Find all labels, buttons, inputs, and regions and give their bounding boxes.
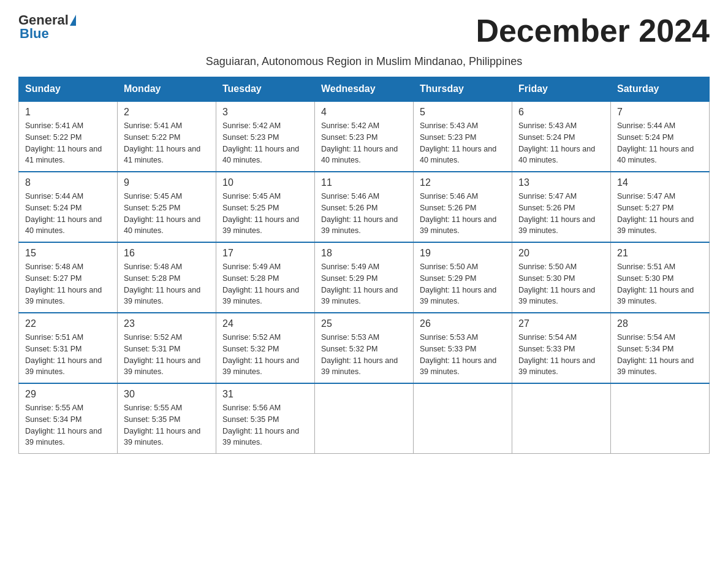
day-info: Sunrise: 5:49 AMSunset: 5:29 PMDaylight:… — [321, 261, 407, 307]
day-info: Sunrise: 5:45 AMSunset: 5:25 PMDaylight:… — [222, 191, 308, 237]
calendar-cell: 5Sunrise: 5:43 AMSunset: 5:23 PMDaylight… — [414, 101, 512, 172]
day-info: Sunrise: 5:44 AMSunset: 5:24 PMDaylight:… — [25, 191, 111, 237]
day-info: Sunrise: 5:55 AMSunset: 5:34 PMDaylight:… — [25, 402, 111, 448]
calendar-cell: 9Sunrise: 5:45 AMSunset: 5:25 PMDaylight… — [118, 172, 216, 242]
calendar-cell: 25Sunrise: 5:53 AMSunset: 5:32 PMDayligh… — [315, 313, 414, 383]
day-info: Sunrise: 5:54 AMSunset: 5:34 PMDaylight:… — [617, 332, 703, 378]
calendar-cell: 16Sunrise: 5:48 AMSunset: 5:28 PMDayligh… — [118, 242, 216, 313]
day-info: Sunrise: 5:48 AMSunset: 5:28 PMDaylight:… — [124, 261, 210, 307]
day-info: Sunrise: 5:42 AMSunset: 5:23 PMDaylight:… — [222, 120, 308, 166]
calendar-cell: 18Sunrise: 5:49 AMSunset: 5:29 PMDayligh… — [315, 242, 414, 313]
calendar-cell: 13Sunrise: 5:47 AMSunset: 5:26 PMDayligh… — [512, 172, 611, 242]
day-number: 26 — [420, 318, 506, 329]
day-info: Sunrise: 5:53 AMSunset: 5:32 PMDaylight:… — [321, 332, 407, 378]
day-number: 23 — [124, 318, 210, 329]
header-wednesday: Wednesday — [315, 77, 414, 102]
day-number: 3 — [222, 107, 308, 118]
calendar-cell: 29Sunrise: 5:55 AMSunset: 5:34 PMDayligh… — [19, 383, 118, 454]
day-number: 20 — [518, 248, 604, 259]
day-number: 1 — [25, 107, 111, 118]
calendar-cell: 14Sunrise: 5:47 AMSunset: 5:27 PMDayligh… — [611, 172, 710, 242]
calendar-cell: 24Sunrise: 5:52 AMSunset: 5:32 PMDayligh… — [216, 313, 315, 383]
day-info: Sunrise: 5:41 AMSunset: 5:22 PMDaylight:… — [124, 120, 210, 166]
logo-text-blue: Blue — [18, 26, 49, 42]
day-number: 10 — [222, 177, 308, 188]
calendar-cell: 4Sunrise: 5:42 AMSunset: 5:23 PMDaylight… — [315, 101, 414, 172]
day-info: Sunrise: 5:43 AMSunset: 5:23 PMDaylight:… — [420, 120, 506, 166]
calendar-cell: 23Sunrise: 5:52 AMSunset: 5:31 PMDayligh… — [118, 313, 216, 383]
logo-triangle-icon — [70, 15, 76, 26]
day-info: Sunrise: 5:55 AMSunset: 5:35 PMDaylight:… — [124, 402, 210, 448]
calendar-cell: 26Sunrise: 5:53 AMSunset: 5:33 PMDayligh… — [414, 313, 512, 383]
day-info: Sunrise: 5:49 AMSunset: 5:28 PMDaylight:… — [222, 261, 308, 307]
month-title: December 2024 — [476, 12, 710, 49]
day-info: Sunrise: 5:43 AMSunset: 5:24 PMDaylight:… — [518, 120, 604, 166]
day-number: 19 — [420, 248, 506, 259]
calendar-cell: 2Sunrise: 5:41 AMSunset: 5:22 PMDaylight… — [118, 101, 216, 172]
calendar-cell: 3Sunrise: 5:42 AMSunset: 5:23 PMDaylight… — [216, 101, 315, 172]
day-number: 12 — [420, 177, 506, 188]
calendar-cell — [512, 383, 611, 454]
calendar-cell: 1Sunrise: 5:41 AMSunset: 5:22 PMDaylight… — [19, 101, 118, 172]
calendar-cell: 22Sunrise: 5:51 AMSunset: 5:31 PMDayligh… — [19, 313, 118, 383]
day-number: 7 — [617, 107, 703, 118]
calendar-cell: 15Sunrise: 5:48 AMSunset: 5:27 PMDayligh… — [19, 242, 118, 313]
day-info: Sunrise: 5:50 AMSunset: 5:29 PMDaylight:… — [420, 261, 506, 307]
day-number: 11 — [321, 177, 407, 188]
day-number: 8 — [25, 177, 111, 188]
day-info: Sunrise: 5:46 AMSunset: 5:26 PMDaylight:… — [420, 191, 506, 237]
day-info: Sunrise: 5:52 AMSunset: 5:31 PMDaylight:… — [124, 332, 210, 378]
calendar-cell: 8Sunrise: 5:44 AMSunset: 5:24 PMDaylight… — [19, 172, 118, 242]
day-number: 21 — [617, 248, 703, 259]
day-info: Sunrise: 5:46 AMSunset: 5:26 PMDaylight:… — [321, 191, 407, 237]
header-sunday: Sunday — [19, 77, 118, 102]
calendar-cell — [611, 383, 710, 454]
day-info: Sunrise: 5:47 AMSunset: 5:27 PMDaylight:… — [617, 191, 703, 237]
day-info: Sunrise: 5:45 AMSunset: 5:25 PMDaylight:… — [124, 191, 210, 237]
header-friday: Friday — [512, 77, 611, 102]
day-number: 6 — [518, 107, 604, 118]
header-tuesday: Tuesday — [216, 77, 315, 102]
calendar-cell: 21Sunrise: 5:51 AMSunset: 5:30 PMDayligh… — [611, 242, 710, 313]
day-number: 2 — [124, 107, 210, 118]
calendar-week-row: 15Sunrise: 5:48 AMSunset: 5:27 PMDayligh… — [19, 242, 710, 313]
day-number: 17 — [222, 248, 308, 259]
day-info: Sunrise: 5:53 AMSunset: 5:33 PMDaylight:… — [420, 332, 506, 378]
calendar-cell: 20Sunrise: 5:50 AMSunset: 5:30 PMDayligh… — [512, 242, 611, 313]
calendar-cell — [315, 383, 414, 454]
calendar-cell: 10Sunrise: 5:45 AMSunset: 5:25 PMDayligh… — [216, 172, 315, 242]
calendar-cell: 7Sunrise: 5:44 AMSunset: 5:24 PMDaylight… — [611, 101, 710, 172]
day-info: Sunrise: 5:52 AMSunset: 5:32 PMDaylight:… — [222, 332, 308, 378]
day-number: 4 — [321, 107, 407, 118]
page-header: General Blue December 2024 — [18, 12, 710, 49]
header-thursday: Thursday — [414, 77, 512, 102]
day-number: 18 — [321, 248, 407, 259]
calendar-table: SundayMondayTuesdayWednesdayThursdayFrid… — [18, 77, 710, 454]
calendar-cell: 19Sunrise: 5:50 AMSunset: 5:29 PMDayligh… — [414, 242, 512, 313]
day-number: 16 — [124, 248, 210, 259]
subtitle: Saguiaran, Autonomous Region in Muslim M… — [18, 55, 710, 68]
calendar-week-row: 1Sunrise: 5:41 AMSunset: 5:22 PMDaylight… — [19, 101, 710, 172]
day-info: Sunrise: 5:47 AMSunset: 5:26 PMDaylight:… — [518, 191, 604, 237]
day-number: 22 — [25, 318, 111, 329]
calendar-cell — [414, 383, 512, 454]
calendar-week-row: 8Sunrise: 5:44 AMSunset: 5:24 PMDaylight… — [19, 172, 710, 242]
day-number: 5 — [420, 107, 506, 118]
calendar-cell: 6Sunrise: 5:43 AMSunset: 5:24 PMDaylight… — [512, 101, 611, 172]
calendar-cell: 31Sunrise: 5:56 AMSunset: 5:35 PMDayligh… — [216, 383, 315, 454]
calendar-cell: 28Sunrise: 5:54 AMSunset: 5:34 PMDayligh… — [611, 313, 710, 383]
day-info: Sunrise: 5:41 AMSunset: 5:22 PMDaylight:… — [25, 120, 111, 166]
header-saturday: Saturday — [611, 77, 710, 102]
day-info: Sunrise: 5:56 AMSunset: 5:35 PMDaylight:… — [222, 402, 308, 448]
calendar-cell: 11Sunrise: 5:46 AMSunset: 5:26 PMDayligh… — [315, 172, 414, 242]
day-number: 31 — [222, 389, 308, 400]
day-number: 28 — [617, 318, 703, 329]
day-info: Sunrise: 5:44 AMSunset: 5:24 PMDaylight:… — [617, 120, 703, 166]
calendar-header-row: SundayMondayTuesdayWednesdayThursdayFrid… — [19, 77, 710, 102]
logo: General Blue — [18, 12, 76, 42]
calendar-cell: 17Sunrise: 5:49 AMSunset: 5:28 PMDayligh… — [216, 242, 315, 313]
day-info: Sunrise: 5:51 AMSunset: 5:30 PMDaylight:… — [617, 261, 703, 307]
day-info: Sunrise: 5:51 AMSunset: 5:31 PMDaylight:… — [25, 332, 111, 378]
day-number: 25 — [321, 318, 407, 329]
day-number: 30 — [124, 389, 210, 400]
